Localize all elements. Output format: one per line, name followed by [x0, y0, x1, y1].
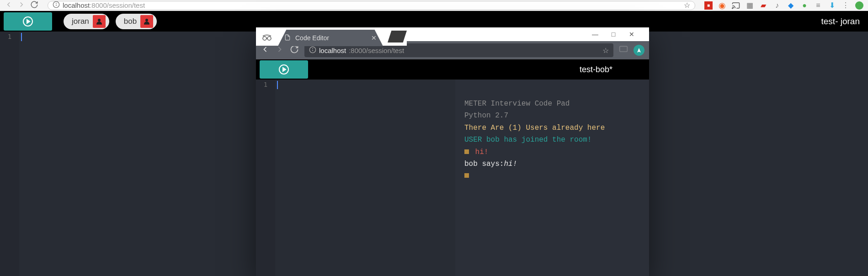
extension-icon[interactable]: ♪ [773, 1, 781, 10]
run-button[interactable] [260, 60, 308, 79]
maximize-button[interactable]: □ [604, 31, 623, 38]
inner-tabstrip: Code Editor ✕ [256, 27, 407, 46]
back-icon[interactable] [261, 45, 270, 56]
inner-app-topbar: test-bob* [256, 59, 649, 80]
extension-icon[interactable]: ≡ [814, 1, 822, 10]
forward-icon[interactable] [275, 45, 284, 56]
tab-title: Code Editor [295, 34, 329, 42]
prompt-icon [464, 149, 469, 154]
file-icon [284, 34, 291, 42]
forward-icon[interactable] [17, 0, 26, 11]
info-icon [309, 46, 316, 55]
inner-url-path: :8000/session/test [349, 47, 404, 54]
info-icon [53, 1, 60, 10]
outer-editor-gutter: 1 [0, 32, 19, 276]
reload-icon[interactable] [290, 45, 299, 56]
avatar-icon [93, 15, 106, 28]
bookmark-star-icon[interactable]: ☆ [602, 46, 609, 55]
prompt-icon [464, 173, 469, 178]
inner-url-host: localhost [319, 47, 346, 54]
console-line: Python 2.7 [464, 110, 640, 122]
inner-content: 1 METER Interview Code Pad Python 2.7 Th… [256, 80, 649, 276]
svg-point-12 [313, 48, 313, 49]
svg-point-8 [263, 37, 266, 40]
minimize-button[interactable]: — [586, 31, 604, 38]
run-button[interactable] [4, 12, 52, 31]
outer-extension-icons: ■ ◉ ▦ ▰ ♪ ◆ ● ≡ ⬇ ⋮ [700, 1, 868, 10]
inner-app: test-bob* 1 METER Interview Code Pad Pyt… [256, 59, 649, 276]
extension-icon[interactable]: ◆ [787, 1, 795, 10]
console-line: There Are (1) Users already here [464, 122, 640, 134]
new-tab-button[interactable] [388, 31, 407, 42]
user-pill-bob[interactable]: bob [116, 14, 157, 29]
browser-tab[interactable]: Code Editor ✕ [278, 30, 383, 46]
svg-point-6 [98, 19, 101, 21]
svg-point-7 [145, 19, 148, 21]
console-line: METER Interview Code Pad [464, 98, 640, 110]
outer-url-bar[interactable]: localhost:8000/session/test ☆ [48, 1, 695, 10]
cast-icon[interactable] [619, 45, 628, 56]
back-icon[interactable] [5, 0, 13, 11]
inner-browser-window: — □ ✕ Code Editor ✕ [256, 27, 649, 276]
console-panel[interactable]: METER Interview Code Pad Python 2.7 Ther… [455, 80, 649, 276]
inner-editor-gutter: 1 [256, 80, 275, 276]
outer-browser-chrome: localhost:8000/session/test ☆ ■ ◉ ▦ ▰ ♪ … [0, 0, 868, 11]
svg-point-3 [732, 8, 733, 9]
tab-close-icon[interactable]: ✕ [371, 34, 377, 42]
extension-icon[interactable]: ⋮ [841, 1, 850, 10]
line-number: 1 [256, 81, 275, 88]
bookmark-star-icon[interactable]: ☆ [684, 1, 690, 10]
cursor-icon [21, 33, 22, 41]
user-name-label: joran [72, 17, 89, 26]
svg-point-9 [267, 37, 271, 40]
console-line: hi! [464, 146, 640, 158]
user-pill-joran[interactable]: joran [64, 14, 109, 29]
avatar-icon [140, 15, 153, 28]
user-name-label: bob [124, 17, 137, 26]
extension-icon[interactable]: ⬇ [828, 1, 836, 10]
outer-url-path: :8000/session/test [90, 1, 145, 9]
extension-icon[interactable]: ● [800, 1, 809, 10]
cast-icon[interactable] [732, 1, 740, 10]
inner-editor-body[interactable] [275, 80, 455, 276]
session-title: test-bob* [580, 65, 612, 74]
close-button[interactable]: ✕ [623, 31, 641, 38]
incognito-icon [256, 32, 278, 41]
svg-rect-13 [620, 46, 628, 52]
console-line: bob says:hi! [464, 158, 640, 170]
svg-marker-5 [27, 20, 30, 23]
outer-nav-buttons [0, 0, 43, 11]
extension-icon[interactable]: ■ [704, 1, 713, 10]
console-line: USER bob has joined the room! [464, 134, 640, 146]
extension-icon[interactable] [855, 1, 863, 10]
reload-icon[interactable] [30, 0, 38, 11]
profile-avatar-icon[interactable] [634, 45, 644, 56]
extension-icon[interactable]: ◉ [718, 1, 726, 10]
svg-marker-15 [283, 68, 286, 71]
console-prompt[interactable] [464, 170, 640, 182]
cursor-icon [277, 81, 278, 89]
session-title: test- joran [821, 16, 860, 27]
extension-icon[interactable]: ▦ [746, 1, 754, 10]
line-number: 1 [0, 33, 19, 40]
svg-point-2 [56, 3, 57, 4]
extension-icon[interactable]: ▰ [759, 1, 767, 10]
outer-url-host: localhost [63, 1, 90, 9]
